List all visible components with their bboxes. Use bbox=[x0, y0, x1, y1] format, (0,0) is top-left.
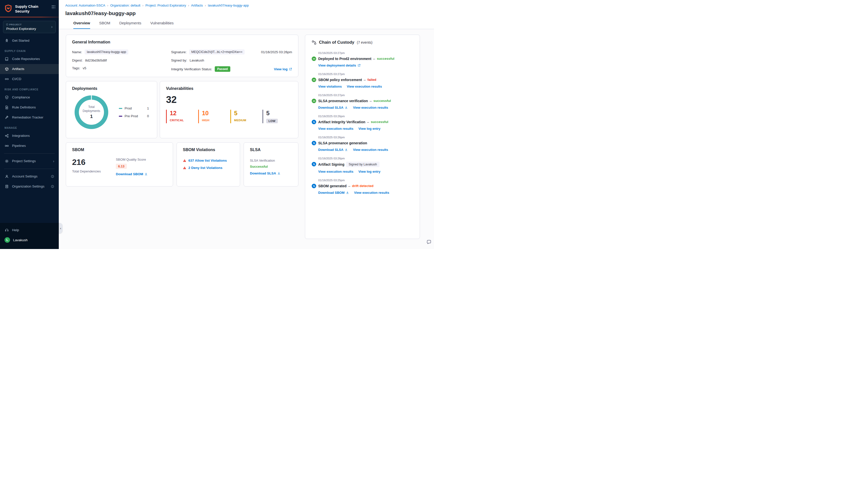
external-link-icon bbox=[289, 67, 292, 71]
help-chat-icon[interactable] bbox=[426, 239, 431, 246]
severity-count: 5 bbox=[234, 110, 250, 117]
view-execution-results-link[interactable]: View execution results bbox=[353, 106, 388, 109]
view-log-entry-link[interactable]: View log entry bbox=[359, 170, 380, 173]
legend-swatch-pre-prod bbox=[119, 116, 122, 117]
sidebar-item-pipelines[interactable]: Pipelines bbox=[0, 141, 59, 151]
allow-list-violations-link[interactable]: 637 Allow list Violations bbox=[189, 159, 227, 162]
artifact-name-value: lavakush07/easy-buggy-app bbox=[85, 50, 128, 54]
digest-label: Digest: bbox=[72, 58, 83, 62]
signature-label: Signature: bbox=[171, 50, 186, 54]
sbom-quality-score: 6.13 bbox=[116, 163, 127, 169]
breadcrumb-project[interactable]: Project: Product Exploratory bbox=[145, 3, 186, 7]
deployments-card: Deployments Total Deployments 1 bbox=[66, 81, 157, 138]
sidebar-item-label: Pipelines bbox=[12, 144, 26, 148]
sidebar-item-organization-settings[interactable]: Organization Settings bbox=[0, 182, 59, 192]
sidebar-item-cicd[interactable]: CI/CD bbox=[0, 74, 59, 84]
dash: – bbox=[370, 99, 372, 103]
view-violations-link[interactable]: View violations bbox=[318, 84, 342, 88]
download-slsa-link[interactable]: Download SLSA bbox=[318, 148, 348, 152]
project-selector[interactable]: PROJECT Product Exploratory › bbox=[3, 21, 56, 33]
legend-label: Pre Prod bbox=[125, 114, 138, 118]
section-label-supply-chain: SUPPLY CHAIN bbox=[0, 46, 59, 54]
info-icon bbox=[51, 185, 54, 188]
deny-list-violations-row: 2 Deny list Violations bbox=[183, 166, 234, 170]
breadcrumb-separator-icon: › bbox=[205, 4, 206, 7]
breadcrumb-current[interactable]: lavakush07/easy-buggy-app bbox=[208, 3, 249, 7]
tab-deployments[interactable]: Deployments bbox=[119, 21, 141, 29]
sidebar-item-get-started[interactable]: Get Started bbox=[0, 36, 59, 46]
view-log-link[interactable]: View log bbox=[274, 67, 292, 71]
event-title: Deployed to Prod2 environment bbox=[318, 57, 372, 61]
deny-list-violations-link[interactable]: 2 Deny list Violations bbox=[189, 166, 222, 170]
view-execution-results-link[interactable]: View execution results bbox=[347, 84, 382, 88]
sidebar-item-label: Get Started bbox=[12, 39, 29, 42]
view-execution-results-link[interactable]: View execution results bbox=[318, 127, 353, 131]
tab-overview[interactable]: Overview bbox=[73, 21, 90, 29]
severity-label: LOW bbox=[266, 119, 278, 123]
chain-of-custody-card: Chain of Custody (7 events) 01/16/2025 0… bbox=[305, 35, 420, 239]
event-title: SBOM policy enforcement bbox=[318, 78, 362, 82]
dash: – bbox=[348, 184, 350, 188]
project-name: Product Exploratory bbox=[6, 27, 36, 31]
breadcrumb-artifacts[interactable]: Artifacts bbox=[191, 3, 203, 7]
event-status: successful bbox=[371, 120, 388, 124]
vulnerabilities-card: Vulnerabilities 32 12 CRITICAL 10 HIGH 5 bbox=[160, 81, 298, 138]
download-sbom-link[interactable]: Download SBOM bbox=[116, 172, 148, 176]
donut-center-label: Deployments bbox=[83, 109, 100, 113]
severity-label: MEDIUM bbox=[234, 119, 250, 122]
download-slsa-link[interactable]: Download SLSA bbox=[318, 106, 348, 109]
sidebar-item-project-settings[interactable]: Project Settings › bbox=[0, 156, 59, 166]
breadcrumb-organization[interactable]: Organization: default bbox=[110, 3, 140, 7]
signature-date: 01/16/2025 03:26pm bbox=[261, 50, 292, 54]
sidebar-item-artifacts[interactable]: Artifacts bbox=[0, 64, 59, 74]
severity-low: 5 LOW bbox=[262, 110, 282, 123]
tab-sbom[interactable]: SBOM bbox=[99, 21, 110, 29]
view-execution-results-link[interactable]: View execution results bbox=[353, 148, 388, 152]
event-title: SLSA provenance verification bbox=[318, 99, 368, 103]
custody-event: 01/16/2025 03:26pm Artifact Signing Sign… bbox=[312, 157, 413, 173]
tab-vulnerabilities[interactable]: Vulnerabilities bbox=[150, 21, 173, 29]
legend-label: Prod bbox=[125, 106, 132, 110]
sidebar-item-rule-definitions[interactable]: Rule Definitions bbox=[0, 102, 59, 113]
download-slsa-link[interactable]: Download SLSA bbox=[250, 171, 281, 175]
event-title: SLSA provenance generation bbox=[318, 141, 367, 145]
download-sbom-link[interactable]: Download SBOM bbox=[318, 191, 349, 195]
signed-by-chip: Signed by Lavakush bbox=[346, 162, 379, 167]
donut-center-label: Total bbox=[88, 105, 94, 109]
allow-list-violations-row: 637 Allow list Violations bbox=[183, 159, 234, 162]
view-deployment-details-link[interactable]: View deployment details bbox=[318, 64, 361, 67]
sidebar-item-account-settings[interactable]: Account Settings bbox=[0, 171, 59, 182]
tags-label: Tags: bbox=[72, 66, 80, 70]
event-timestamp: 01/16/2025 03:27pm bbox=[318, 51, 413, 54]
event-title: SBOM generated bbox=[318, 184, 347, 188]
module-switcher-icon[interactable] bbox=[51, 5, 55, 9]
pipeline-icon bbox=[4, 144, 9, 148]
breadcrumb-account[interactable]: Account: Automation-SSCA bbox=[65, 3, 105, 7]
severity-count: 10 bbox=[202, 110, 218, 117]
sidebar-item-integrations[interactable]: Integrations bbox=[0, 131, 59, 141]
event-timestamp: 01/16/2025 03:26pm bbox=[318, 157, 413, 160]
sidebar-item-label: Compliance bbox=[12, 95, 30, 99]
document-icon bbox=[4, 105, 9, 110]
sidebar-collapse-toggle[interactable]: ‹ bbox=[59, 223, 63, 233]
view-log-label: View log bbox=[274, 67, 288, 71]
sidebar-item-remediation-tracker[interactable]: Remediation Tracker bbox=[0, 113, 59, 122]
sidebar-item-help[interactable]: Help bbox=[0, 225, 59, 235]
view-log-entry-link[interactable]: View log entry bbox=[359, 127, 380, 131]
sidebar-item-label: Project Settings bbox=[12, 159, 36, 163]
slsa-verification-label: SLSA Verification bbox=[250, 159, 292, 162]
sidebar-item-label: Remediation Tracker bbox=[12, 116, 43, 119]
event-timestamp: 01/16/2025 03:26pm bbox=[318, 136, 413, 139]
pipeline-step-icon bbox=[312, 56, 316, 61]
card-title: SBOM Violations bbox=[183, 148, 234, 152]
severity-breakdown: 12 CRITICAL 10 HIGH 5 MEDIUM 5 bbox=[166, 110, 292, 123]
view-execution-results-link[interactable]: View execution results bbox=[318, 170, 353, 173]
sidebar-item-code-repositories[interactable]: Code Repositories bbox=[0, 54, 59, 64]
name-label: Name: bbox=[72, 50, 82, 54]
user-menu[interactable]: L Lavakush bbox=[0, 235, 59, 245]
card-title: SBOM bbox=[72, 148, 167, 152]
view-execution-results-link[interactable]: View execution results bbox=[354, 191, 389, 195]
section-label-risk-and-compliance: RISK AND COMPLIANCE bbox=[0, 84, 59, 92]
product-title: Supply Chain Security bbox=[15, 4, 49, 14]
sidebar-item-compliance[interactable]: Compliance bbox=[0, 92, 59, 102]
